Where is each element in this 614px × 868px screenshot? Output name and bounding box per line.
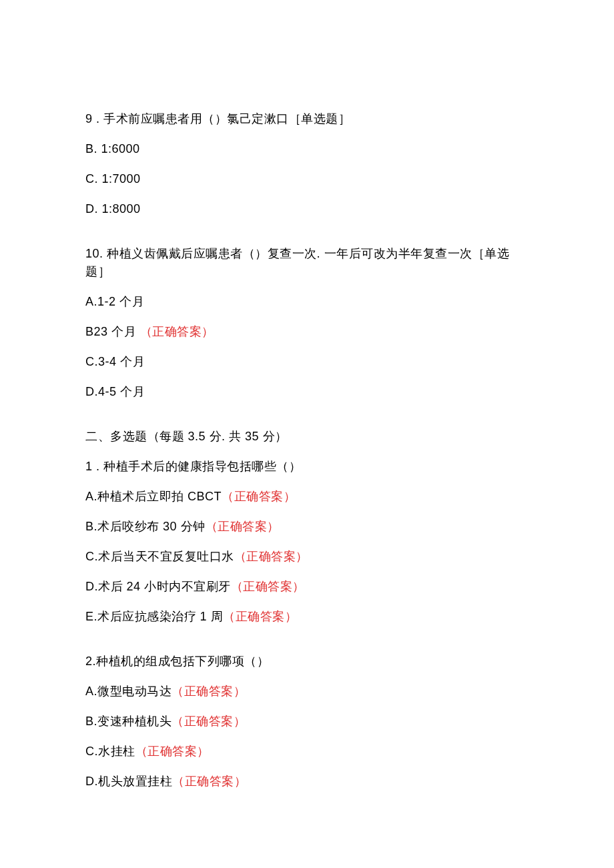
mquestion-1-option-e: E.术后应抗感染治疗 1 周（正确答案） bbox=[85, 608, 534, 626]
option-text: D.术后 24 小时内不宜刷牙 bbox=[85, 580, 231, 593]
question-10-option-c: C.3-4 个月 bbox=[85, 353, 534, 371]
question-9-option-d: D. 1:8000 bbox=[85, 200, 534, 218]
question-9-text: 9 . 手术前应嘱患者用（）氯己定漱口［单选题］ bbox=[85, 110, 534, 128]
correct-answer-label: （正确答案） bbox=[206, 520, 280, 533]
correct-answer-label: （正确答案） bbox=[231, 580, 305, 593]
question-9-option-c: C. 1:7000 bbox=[85, 170, 534, 188]
option-text: E.术后应抗感染治疗 1 周 bbox=[85, 610, 223, 623]
correct-answer-label: （正确答案） bbox=[140, 325, 214, 338]
mquestion-1-option-a: A.种植术后立即拍 CBCT（正确答案） bbox=[85, 488, 534, 506]
mquestion-2-option-c: C.水挂柱（正确答案） bbox=[85, 743, 534, 761]
mquestion-1-option-d: D.术后 24 小时内不宜刷牙（正确答案） bbox=[85, 578, 534, 596]
mquestion-2-option-a: A.微型电动马达（正确答案） bbox=[85, 683, 534, 701]
option-text: D.机头放置挂柱 bbox=[85, 775, 172, 788]
correct-answer-label: （正确答案） bbox=[135, 745, 210, 758]
section-2-header: 二、多选题（每题 3.5 分. 共 35 分） bbox=[85, 428, 534, 446]
mquestion-2-option-d: D.机头放置挂柱（正确答案） bbox=[85, 773, 534, 791]
mquestion-2-text: 2.种植机的组成包括下列哪项（） bbox=[85, 653, 534, 671]
option-text: A.微型电动马达 bbox=[85, 685, 172, 698]
correct-answer-label: （正确答案） bbox=[172, 685, 246, 698]
document-page: 9 . 手术前应嘱患者用（）氯己定漱口［单选题］ B. 1:6000 C. 1:… bbox=[0, 0, 614, 856]
question-10-text: 10. 种植义齿佩戴后应嘱患者（）复查一次. 一年后可改为半年复查一次［单选题］ bbox=[85, 245, 534, 281]
question-10-option-b: B23 个月 （正确答案） bbox=[85, 323, 534, 341]
correct-answer-label: （正确答案） bbox=[222, 490, 296, 503]
option-text: C.术后当天不宜反复吐口水 bbox=[85, 550, 234, 563]
option-text: B.术后咬纱布 30 分钟 bbox=[85, 520, 206, 533]
spacer bbox=[85, 230, 534, 245]
option-text: A.种植术后立即拍 CBCT bbox=[85, 490, 222, 503]
mquestion-2-option-b: B.变速种植机头（正确答案） bbox=[85, 713, 534, 731]
correct-answer-label: （正确答案） bbox=[223, 610, 297, 623]
option-text: C.水挂柱 bbox=[85, 745, 135, 758]
question-10-option-a: A.1-2 个月 bbox=[85, 293, 534, 311]
option-text: B.变速种植机头 bbox=[85, 715, 172, 728]
option-text: B23 个月 bbox=[85, 325, 140, 338]
spacer bbox=[85, 638, 534, 653]
correct-answer-label: （正确答案） bbox=[172, 715, 246, 728]
correct-answer-label: （正确答案） bbox=[172, 775, 246, 788]
spacer bbox=[85, 413, 534, 428]
question-10-option-d: D.4-5 个月 bbox=[85, 383, 534, 401]
mquestion-1-text: 1 . 种植手术后的健康指导包括哪些（） bbox=[85, 458, 534, 476]
question-9-option-b: B. 1:6000 bbox=[85, 140, 534, 158]
correct-answer-label: （正确答案） bbox=[234, 550, 308, 563]
mquestion-1-option-b: B.术后咬纱布 30 分钟（正确答案） bbox=[85, 518, 534, 536]
mquestion-1-option-c: C.术后当天不宜反复吐口水（正确答案） bbox=[85, 548, 534, 566]
